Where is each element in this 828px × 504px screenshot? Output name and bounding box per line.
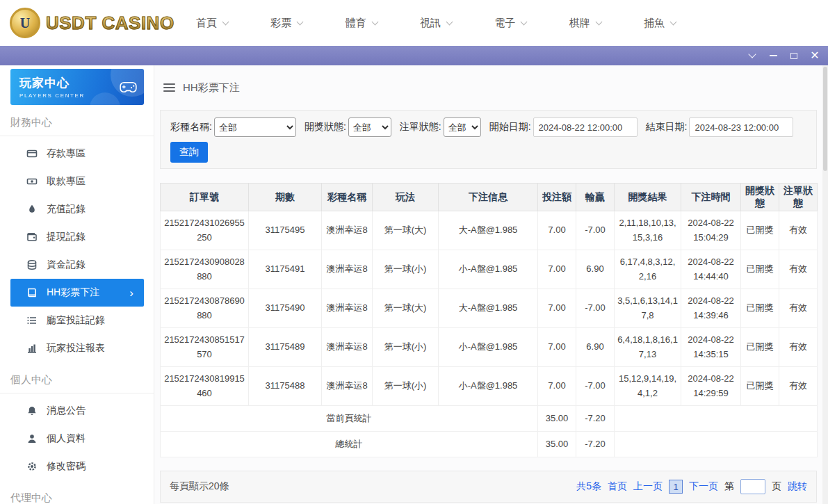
sidebar-item-recharge-record[interactable]: 充值記錄 — [10, 195, 144, 223]
main-nav: 首頁 彩票 體育 視訊 電子 棋牌 捕魚 — [196, 17, 676, 30]
gamepad-icon — [120, 81, 137, 93]
nav-item-sports[interactable]: 體育 — [346, 17, 378, 30]
scrollbar[interactable] — [822, 65, 828, 504]
col-order-status: 注單狀態 — [779, 184, 818, 211]
col-order-no: 訂單號 — [161, 184, 249, 211]
search-button[interactable]: 查詢 — [170, 142, 208, 163]
col-amount: 投注額 — [538, 184, 576, 211]
order-status-select[interactable]: 全部 — [444, 117, 481, 137]
chevron-down-icon — [595, 18, 602, 25]
sidebar-item-hh-lottery-bets[interactable]: HH彩票下注 › — [10, 279, 144, 307]
player-report-icon — [26, 343, 38, 354]
draw-status-label: 開獎狀態: — [305, 121, 346, 133]
player-center-subtitle: PLAYERS CENTER — [19, 92, 85, 99]
table-header-row: 訂單號 期數 彩種名稱 玩法 下注信息 投注額 輸贏 開獎結果 下注時間 開獎狀… — [161, 184, 818, 211]
deposit-icon — [26, 148, 38, 159]
chevron-right-icon: › — [129, 287, 133, 299]
page-size-text: 每頁顯示20條 — [170, 480, 229, 493]
player-center-header[interactable]: 玩家中心 PLAYERS CENTER — [10, 69, 144, 105]
profile-icon — [26, 433, 38, 444]
col-draw-status: 開獎狀態 — [741, 184, 779, 211]
hall-bet-record-icon — [26, 315, 38, 326]
chevron-down-icon — [670, 18, 677, 25]
total-summary-label: 總統計 — [161, 432, 538, 457]
col-bet-time: 下注時間 — [681, 184, 741, 211]
chevron-down-icon — [297, 18, 304, 25]
total-summary-row: 總統計 35.00 -7.20 — [161, 432, 818, 457]
app-window: U USDT CASINO 首頁 彩票 體育 視訊 電子 棋牌 捕魚 ✕ 玩家中… — [0, 0, 828, 504]
chevron-down-icon — [222, 18, 229, 25]
table-row: 215217243087869088031175490澳洲幸运8第一球(大)大-… — [161, 289, 818, 328]
scrollbar-thumb[interactable] — [823, 67, 827, 171]
nav-item-lottery[interactable]: 彩票 — [270, 17, 302, 30]
page-summary-row: 當前頁統計 35.00 -7.20 — [161, 406, 818, 432]
section-heading-agency: 代理中心 — [0, 480, 154, 504]
table-row: 215217243085151757031175489澳洲幸运8第一球(小)小-… — [161, 328, 818, 367]
sidebar-item-announcements[interactable]: 消息公告 — [10, 397, 144, 425]
jump-suffix-text: 页 — [772, 480, 781, 493]
sidebar-item-profile[interactable]: 個人資料 — [10, 425, 144, 453]
next-page-link[interactable]: 下一页 — [689, 480, 718, 493]
chevron-down-icon — [748, 50, 756, 58]
current-page-indicator[interactable]: 1 — [669, 480, 683, 494]
nav-item-boardgames[interactable]: 棋牌 — [569, 17, 601, 30]
nav-item-home[interactable]: 首頁 — [196, 17, 228, 30]
breadcrumb: HH彩票下注 — [160, 65, 817, 110]
menu-toggle-icon[interactable] — [163, 83, 175, 92]
window-collapse-button[interactable] — [742, 46, 763, 65]
page-jump-input[interactable] — [740, 479, 765, 494]
total-summary-win-loss: -7.20 — [576, 432, 615, 457]
section-heading-personal: 個人中心 — [0, 362, 154, 393]
jump-button[interactable]: 跳转 — [788, 480, 807, 493]
sidebar-item-player-bet-report[interactable]: 玩家投注報表 — [10, 334, 144, 362]
page-summary-win-loss: -7.20 — [576, 406, 615, 432]
table-row: 215217243102695525031175495澳洲幸运8第一球(大)大-… — [161, 211, 818, 250]
nav-item-video[interactable]: 視訊 — [420, 17, 452, 30]
player-center-title: 玩家中心 — [19, 75, 85, 91]
col-lottery: 彩種名稱 — [322, 184, 373, 211]
sidebar: 玩家中心 PLAYERS CENTER 財務中心 存款專區 取款專區 充值記錄 — [0, 65, 154, 504]
lottery-name-select[interactable]: 全部 — [214, 117, 296, 137]
nav-item-fishing[interactable]: 捕魚 — [644, 17, 676, 30]
minimize-icon — [770, 55, 777, 56]
sidebar-item-hall-bet-record[interactable]: 廳室投註記錄 — [10, 307, 144, 334]
sidebar-item-deposit[interactable]: 存款專區 — [10, 140, 144, 168]
filter-panel: 彩種名稱: 全部 開獎狀態: 全部 注單狀態: 全部 開始日期: 結束日期: 查… — [160, 110, 817, 169]
end-date-label: 結束日期: — [646, 121, 688, 133]
top-navigation-bar: U USDT CASINO 首頁 彩票 體育 視訊 電子 棋牌 捕魚 — [0, 0, 828, 46]
close-icon: ✕ — [810, 50, 819, 61]
logo-text: USDT CASINO — [46, 13, 174, 34]
coin-logo-icon: U — [10, 8, 40, 38]
nav-item-slots[interactable]: 電子 — [494, 17, 526, 30]
withdraw-icon — [26, 176, 38, 187]
section-heading-finance: 財務中心 — [0, 105, 154, 136]
sidebar-item-withdrawal-record[interactable]: 提現記錄 — [10, 223, 144, 251]
start-date-input[interactable] — [533, 117, 638, 137]
col-result: 開獎結果 — [615, 184, 681, 211]
prev-page-link[interactable]: 上一页 — [633, 480, 663, 493]
pagination-bar: 每頁顯示20條 共5条 首页 上一页 1 下一页 第 页 跳转 — [160, 471, 817, 503]
sidebar-item-withdraw[interactable]: 取款專區 — [10, 168, 144, 195]
window-maximize-button[interactable] — [784, 46, 804, 65]
sidebar-item-change-password[interactable]: 修改密碼 — [10, 453, 144, 480]
sidebar-item-funds-record[interactable]: 資金記錄 — [10, 251, 144, 279]
page-summary-amount: 35.00 — [538, 406, 576, 432]
table-row: 215217243090802888031175491澳洲幸运8第一球(小)小-… — [161, 250, 818, 289]
order-status-label: 注單狀態: — [400, 121, 441, 133]
total-count-text: 共5条 — [576, 480, 601, 493]
window-close-button[interactable]: ✕ — [804, 46, 825, 65]
bets-table: 訂單號 期數 彩種名稱 玩法 下注信息 投注額 輸贏 開獎結果 下注時間 開獎狀… — [160, 183, 818, 457]
window-minimize-button[interactable] — [763, 46, 784, 65]
start-date-label: 開始日期: — [489, 121, 531, 133]
funds-record-icon — [26, 259, 38, 270]
draw-status-select[interactable]: 全部 — [348, 117, 391, 137]
jump-prefix-text: 第 — [724, 480, 734, 493]
logo[interactable]: U USDT CASINO — [10, 8, 167, 38]
chevron-down-icon — [371, 18, 378, 25]
password-gear-icon — [26, 461, 38, 472]
withdrawal-record-icon — [26, 231, 38, 243]
first-page-link[interactable]: 首页 — [608, 480, 627, 493]
main-panel: HH彩票下注 彩種名稱: 全部 開獎狀態: 全部 注單狀態: 全部 開始日期: … — [154, 65, 828, 504]
end-date-input[interactable] — [689, 117, 793, 137]
page-title: HH彩票下注 — [183, 81, 240, 95]
